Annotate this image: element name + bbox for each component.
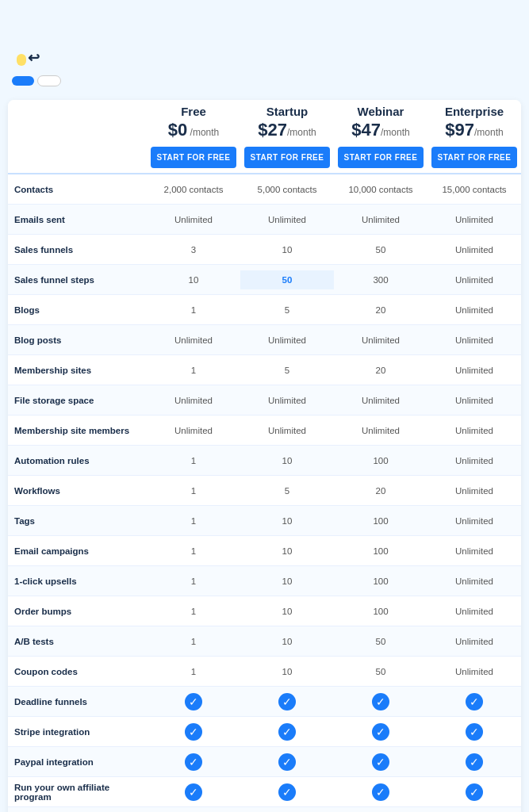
check-icon: ✓: [372, 753, 389, 771]
feature-cell: ✓: [427, 718, 521, 745]
feature-cell: Unlimited: [240, 421, 334, 440]
plan-header-startup: Startup $27/month START FOR FREE: [240, 100, 334, 173]
feature-cell: 10: [147, 270, 240, 289]
billing-toggle: [12, 75, 61, 86]
feature-cell: ✓: [427, 749, 521, 776]
check-icon: ✓: [185, 783, 202, 801]
feature-cell: 10: [240, 451, 334, 470]
plan-header-enterprise: Enterprise $97/month START FOR FREE: [427, 100, 521, 173]
feature-cell: 3: [147, 240, 240, 259]
check-icon: ✓: [278, 783, 296, 801]
feature-cell: 20: [334, 481, 427, 500]
feature-cell: 100: [334, 511, 427, 530]
feature-label: Workflows: [8, 481, 147, 500]
feature-cell: ✓: [240, 688, 334, 715]
feature-cell: Unlimited: [334, 331, 427, 350]
feature-cell: Unlimited: [147, 391, 240, 410]
feature-cell: ✓: [240, 809, 334, 812]
feature-label: Contacts: [8, 180, 147, 199]
feature-cell: 1: [147, 451, 240, 470]
feature-cell: Unlimited: [334, 421, 427, 440]
start-enterprise-button[interactable]: START FOR FREE: [431, 147, 517, 168]
pricing-table: Free $0 /month START FOR FREE Startup $2…: [8, 100, 521, 812]
check-icon: ✓: [372, 693, 389, 710]
plan-header-row: Free $0 /month START FOR FREE Startup $2…: [8, 100, 521, 174]
feature-label: 1-click upsells: [8, 572, 147, 591]
feature-cell: Unlimited: [334, 391, 427, 410]
feature-label: Blogs: [8, 301, 147, 320]
feature-cell: ✓: [427, 688, 521, 715]
feature-cell: 100: [334, 451, 427, 470]
feature-cell: ✓: [334, 749, 427, 776]
table-row: Blog postsUnlimitedUnlimitedUnlimitedUnl…: [8, 325, 521, 355]
annual-toggle-button[interactable]: [37, 75, 61, 86]
table-row: Coupon codes11050Unlimited: [8, 657, 521, 687]
table-row: File storage spaceUnlimitedUnlimitedUnli…: [8, 385, 521, 416]
check-icon: ✓: [466, 753, 483, 771]
check-icon: ✓: [372, 723, 389, 741]
table-row: Tags110100Unlimited: [8, 506, 521, 536]
arrow-icon: ↩: [28, 50, 40, 66]
feature-cell: Unlimited: [240, 391, 334, 410]
table-row: 24/7 email support✓✓✓✓: [8, 807, 521, 812]
feature-cell: 2,000 contacts: [147, 180, 240, 199]
plan-name-enterprise: Enterprise: [429, 105, 519, 118]
table-row: Blogs1520Unlimited: [8, 295, 521, 325]
feature-cell: 10: [240, 240, 334, 259]
plan-name-webinar: Webinar: [335, 105, 426, 118]
feature-cell: Unlimited: [427, 331, 521, 350]
feature-cell: ✓: [240, 718, 334, 745]
feature-label: Sales funnels: [8, 240, 147, 259]
feature-cell: Unlimited: [427, 662, 521, 681]
feature-cell: 20: [334, 301, 427, 320]
table-row: Email campaigns110100Unlimited: [8, 536, 521, 566]
feature-cell: 50: [334, 662, 427, 681]
feature-cell: 1: [147, 542, 240, 561]
feature-cell: 300: [334, 270, 427, 289]
start-free-button[interactable]: START FOR FREE: [151, 147, 236, 168]
check-icon: ✓: [185, 723, 202, 741]
plan-name-free: Free: [148, 105, 239, 118]
plan-name-startup: Startup: [242, 105, 332, 118]
feature-cell: 10: [240, 662, 334, 681]
start-startup-button[interactable]: START FOR FREE: [244, 147, 330, 168]
table-row: Membership sites1520Unlimited: [8, 355, 521, 385]
feature-cell: Unlimited: [427, 301, 521, 320]
feature-label: Membership site members: [8, 421, 147, 440]
feature-label: Tags: [8, 511, 147, 530]
feature-label: Run your own affiliate program: [8, 778, 147, 806]
plan-header-webinar: Webinar $47/month START FOR FREE: [334, 100, 427, 173]
feature-cell: ✓: [240, 779, 334, 806]
feature-cell: ✓: [334, 718, 427, 745]
feature-cell: ✓: [147, 688, 240, 715]
feature-cell: ✓: [334, 779, 427, 806]
monthly-toggle-button[interactable]: [12, 76, 34, 86]
feature-cell: 10,000 contacts: [334, 180, 427, 199]
feature-cell: ✓: [334, 809, 427, 812]
feature-rows-container: Contacts2,000 contacts5,000 contacts10,0…: [8, 174, 521, 812]
feature-cell: 1: [147, 481, 240, 500]
feature-cell: Unlimited: [427, 542, 521, 561]
check-icon: ✓: [466, 693, 483, 710]
feature-cell: 1: [147, 602, 240, 621]
feature-cell: ✓: [147, 779, 240, 806]
start-webinar-button[interactable]: START FOR FREE: [338, 147, 424, 168]
check-icon: ✓: [466, 783, 483, 801]
feature-cell: Unlimited: [147, 210, 240, 229]
feature-cell: Unlimited: [427, 240, 521, 259]
check-icon: ✓: [278, 723, 296, 741]
feature-cell: 1: [147, 511, 240, 530]
save-badge: [17, 54, 26, 66]
table-row: Run your own affiliate program✓✓✓✓: [8, 777, 521, 807]
feature-cell: Unlimited: [427, 361, 521, 380]
feature-label: Email campaigns: [8, 542, 147, 561]
feature-cell: 5: [240, 361, 334, 380]
feature-cell: Unlimited: [240, 331, 334, 350]
feature-cell: 1: [147, 301, 240, 320]
plan-header-free: Free $0 /month START FOR FREE: [147, 100, 240, 173]
feature-cell: ✓: [147, 809, 240, 812]
feature-cell: 10: [240, 511, 334, 530]
table-row: Emails sentUnlimitedUnlimitedUnlimitedUn…: [8, 205, 521, 235]
feature-label: A/B tests: [8, 632, 147, 651]
table-row: A/B tests11050Unlimited: [8, 626, 521, 657]
